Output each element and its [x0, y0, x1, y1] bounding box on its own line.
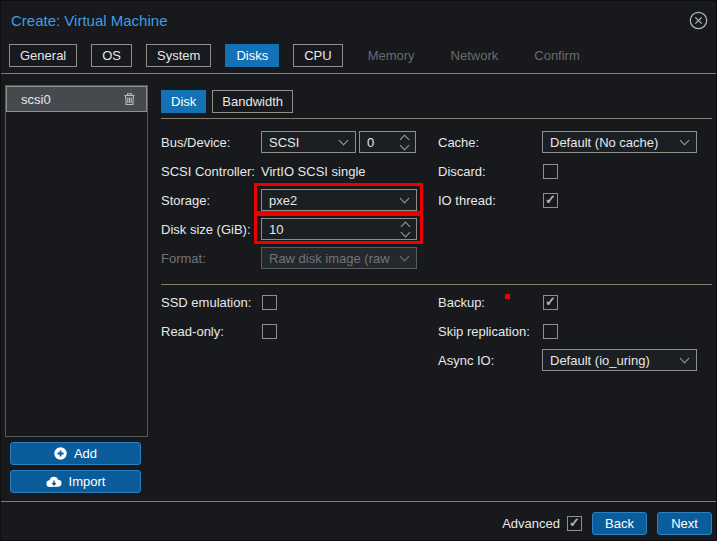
disk-list-item-scsi0[interactable]: scsi0 [6, 86, 147, 112]
cache-value: Default (No cache) [550, 135, 677, 150]
tab-system[interactable]: System [146, 44, 211, 67]
cache-combo[interactable]: Default (No cache) [542, 131, 697, 153]
bus-device-label: Bus/Device: [161, 134, 230, 151]
backup-label: Backup: [438, 294, 485, 311]
ssd-emulation-checkbox[interactable] [262, 295, 277, 310]
chevron-down-icon [680, 135, 690, 145]
header-divider [1, 73, 717, 74]
ssd-emulation-label: SSD emulation: [161, 294, 251, 311]
wizard-tabbar: General OS System Disks CPU Memory Netwo… [9, 44, 591, 67]
advanced-checkbox[interactable] [567, 516, 582, 531]
import-button[interactable]: Import [10, 470, 141, 493]
storage-value: pxe2 [269, 193, 397, 208]
tab-memory: Memory [357, 44, 426, 67]
backup-checkbox[interactable] [543, 295, 558, 310]
spinner-arrows-icon[interactable] [402, 223, 409, 236]
add-button[interactable]: Add [10, 442, 141, 465]
close-icon[interactable] [689, 11, 708, 30]
read-only-label: Read-only: [161, 323, 224, 340]
discard-checkbox[interactable] [543, 164, 558, 179]
trash-icon[interactable] [123, 92, 136, 106]
subtab-bandwidth[interactable]: Bandwidth [212, 90, 293, 113]
scsi-controller-value: VirtIO SCSI single [261, 163, 366, 180]
tab-general[interactable]: General [9, 44, 77, 67]
disk-size-spinner[interactable]: 10 [261, 218, 417, 240]
async-io-combo[interactable]: Default (io_uring) [542, 349, 697, 371]
storage-combo[interactable]: pxe2 [261, 189, 417, 211]
storage-label: Storage: [161, 192, 210, 209]
read-only-checkbox[interactable] [262, 324, 277, 339]
chevron-down-icon [400, 251, 410, 261]
footer-divider [1, 501, 717, 502]
bus-index-value: 0 [367, 135, 397, 150]
tab-cpu[interactable]: CPU [293, 44, 342, 67]
tab-network: Network [440, 44, 510, 67]
add-button-label: Add [74, 446, 97, 461]
format-label: Format: [161, 250, 206, 267]
tab-confirm: Confirm [523, 44, 591, 67]
bus-device-value: SCSI [269, 135, 336, 150]
async-io-value: Default (io_uring) [550, 353, 677, 368]
format-combo: Raw disk image (raw [261, 247, 417, 269]
io-thread-label: IO thread: [438, 192, 496, 209]
import-button-label: Import [69, 474, 106, 489]
advanced-toggle[interactable]: Advanced [502, 516, 582, 531]
bus-index-spinner[interactable]: 0 [359, 131, 416, 153]
create-vm-dialog: Create: Virtual Machine General OS Syste… [0, 0, 717, 541]
advanced-label: Advanced [502, 516, 560, 531]
subtab-divider [161, 118, 712, 119]
bus-device-combo[interactable]: SCSI [261, 131, 356, 153]
backup-dirty-marker [505, 294, 510, 299]
disk-list-panel: scsi0 [5, 85, 148, 437]
skip-replication-label: Skip replication: [438, 323, 530, 340]
chevron-down-icon [339, 135, 349, 145]
scsi-controller-label: SCSI Controller: [161, 163, 255, 180]
chevron-down-icon [400, 193, 410, 203]
discard-label: Discard: [438, 163, 486, 180]
next-button[interactable]: Next [657, 512, 712, 535]
async-io-label: Async IO: [438, 352, 494, 369]
tab-disks[interactable]: Disks [225, 44, 279, 67]
chevron-down-icon [680, 353, 690, 363]
dialog-title: Create: Virtual Machine [11, 12, 167, 29]
spinner-arrows-icon[interactable] [401, 136, 408, 149]
format-value: Raw disk image (raw [269, 251, 397, 266]
io-thread-checkbox[interactable] [543, 193, 558, 208]
cache-label: Cache: [438, 134, 479, 151]
disk-subtabbar: Disk Bandwidth [161, 90, 293, 113]
skip-replication-checkbox[interactable] [543, 324, 558, 339]
tab-os[interactable]: OS [91, 44, 132, 67]
cloud-download-icon [46, 476, 62, 488]
advanced-section-divider [161, 284, 712, 285]
footer-bar: Advanced Back Next [1, 512, 712, 535]
disk-size-value: 10 [269, 222, 398, 237]
disk-item-label: scsi0 [21, 92, 123, 107]
plus-circle-icon [54, 447, 67, 460]
disk-size-label: Disk size (GiB): [161, 221, 251, 238]
subtab-disk[interactable]: Disk [161, 90, 206, 113]
back-button[interactable]: Back [592, 512, 647, 535]
